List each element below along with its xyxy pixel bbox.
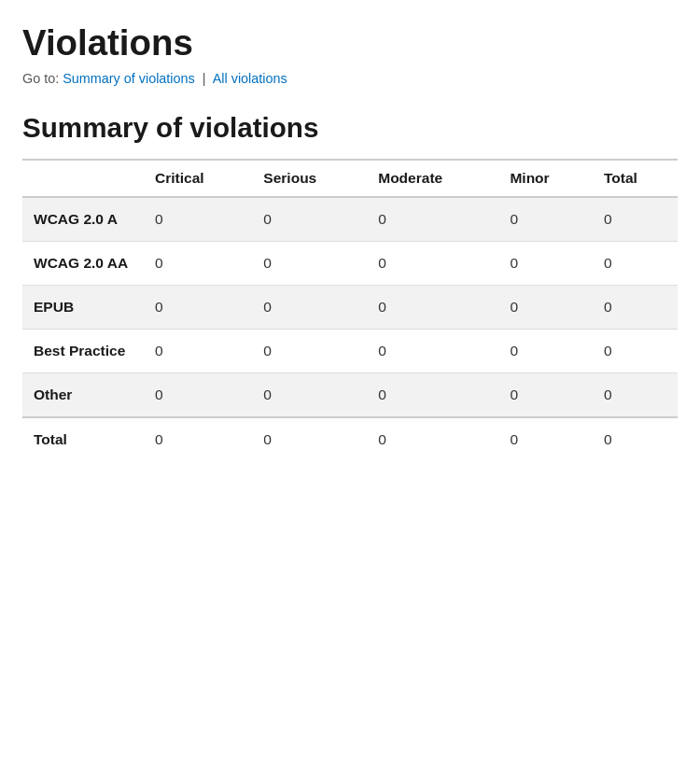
footer-moderate: 0	[367, 417, 498, 461]
goto-separator: |	[203, 71, 206, 86]
col-header-critical: Critical	[144, 160, 252, 197]
goto-all-link[interactable]: All violations	[213, 71, 287, 86]
row-total-epub: 0	[593, 286, 678, 330]
table-row: Best Practice 0 0 0 0 0	[22, 330, 678, 373]
footer-critical: 0	[144, 417, 252, 461]
footer-total: 0	[593, 417, 678, 461]
row-moderate-wcag-2a: 0	[367, 197, 498, 242]
row-serious-epub: 0	[252, 286, 367, 330]
table-header-row: Critical Serious Moderate Minor Total	[22, 160, 678, 197]
row-minor-best-practice: 0	[498, 330, 593, 373]
row-moderate-epub: 0	[367, 286, 498, 330]
footer-minor: 0	[498, 417, 593, 461]
row-serious-wcag-2a: 0	[252, 197, 367, 242]
footer-label: Total	[22, 417, 144, 461]
row-label-epub: EPUB	[22, 286, 144, 330]
row-critical-wcag-2aa: 0	[144, 242, 252, 286]
col-header-serious: Serious	[252, 160, 367, 197]
row-minor-other: 0	[498, 373, 593, 418]
table-footer-row: Total 0 0 0 0 0	[22, 417, 678, 461]
goto-line: Go to: Summary of violations | All viola…	[22, 71, 678, 86]
goto-summary-link[interactable]: Summary of violations	[63, 71, 195, 86]
row-moderate-wcag-2aa: 0	[367, 242, 498, 286]
row-total-other: 0	[593, 373, 678, 418]
row-serious-best-practice: 0	[252, 330, 367, 373]
row-moderate-best-practice: 0	[367, 330, 498, 373]
row-critical-best-practice: 0	[144, 330, 252, 373]
violations-table: Critical Serious Moderate Minor Total WC…	[22, 159, 678, 461]
row-total-wcag-2aa: 0	[593, 242, 678, 286]
goto-label: Go to:	[22, 71, 59, 86]
row-minor-wcag-2aa: 0	[498, 242, 593, 286]
row-minor-wcag-2a: 0	[498, 197, 593, 242]
table-row: WCAG 2.0 AA 0 0 0 0 0	[22, 242, 678, 286]
row-label-wcag-2a: WCAG 2.0 A	[22, 197, 144, 242]
footer-serious: 0	[252, 417, 367, 461]
row-minor-epub: 0	[498, 286, 593, 330]
row-total-best-practice: 0	[593, 330, 678, 373]
page-title: Violations	[22, 22, 678, 63]
row-total-wcag-2a: 0	[593, 197, 678, 242]
col-header-total: Total	[593, 160, 678, 197]
table-row: EPUB 0 0 0 0 0	[22, 286, 678, 330]
row-label-best-practice: Best Practice	[22, 330, 144, 373]
row-serious-other: 0	[252, 373, 367, 418]
row-serious-wcag-2aa: 0	[252, 242, 367, 286]
row-critical-other: 0	[144, 373, 252, 418]
table-row: WCAG 2.0 A 0 0 0 0 0	[22, 197, 678, 242]
col-header-minor: Minor	[498, 160, 593, 197]
row-critical-wcag-2a: 0	[144, 197, 252, 242]
table-row: Other 0 0 0 0 0	[22, 373, 678, 418]
row-label-other: Other	[22, 373, 144, 418]
col-header-category	[22, 160, 144, 197]
row-moderate-other: 0	[367, 373, 498, 418]
section-title: Summary of violations	[22, 112, 678, 144]
row-label-wcag-2aa: WCAG 2.0 AA	[22, 242, 144, 286]
col-header-moderate: Moderate	[367, 160, 498, 197]
row-critical-epub: 0	[144, 286, 252, 330]
